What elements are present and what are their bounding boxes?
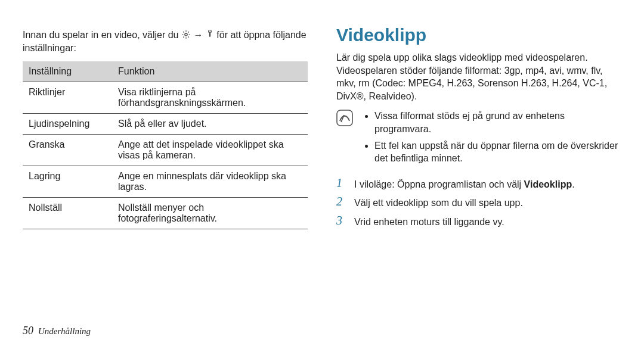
step-prefix: Vrid enheten moturs till liggande vy. <box>354 217 504 227</box>
th-setting: Inställning <box>23 61 112 82</box>
section-intro: Lär dig spela upp olika slags videoklipp… <box>336 51 621 102</box>
tool-icon <box>206 30 214 39</box>
table-header-row: Inställning Funktion <box>23 61 308 82</box>
cell-setting: Riktlinjer <box>23 82 112 114</box>
page-footer: 50 Underhållning <box>23 325 91 337</box>
step-bold: Videoklipp <box>524 179 572 189</box>
step-number: 3 <box>336 214 347 226</box>
cell-function: Ange att det inspelade videoklippet ska … <box>112 135 308 166</box>
table-row: Lagring Ange en minnesplats där videokli… <box>23 166 308 198</box>
cell-setting: Nollställ <box>23 198 112 229</box>
columns: Innan du spelar in en video, väljer du →… <box>23 29 621 235</box>
settings-table: Inställning Funktion Riktlinjer Visa rik… <box>23 61 308 229</box>
step-item: 1 I viloläge: Öppna programlistan och vä… <box>336 178 621 191</box>
cell-function: Slå på eller av ljudet. <box>112 114 308 135</box>
step-number: 2 <box>336 195 347 207</box>
step-item: 2 Välj ett videoklipp som du vill spela … <box>336 197 621 210</box>
cell-setting: Granska <box>23 135 112 166</box>
step-suffix: . <box>572 179 574 189</box>
intro-prefix: Innan du spelar in en video, väljer du <box>23 30 181 40</box>
note-item: Ett fel kan uppstå när du öppnar filerna… <box>374 139 621 165</box>
th-function: Funktion <box>112 61 308 82</box>
note-block: Vissa filformat stöds ej på grund av enh… <box>336 110 621 168</box>
section-name: Underhållning <box>38 326 91 336</box>
step-prefix: Välj ett videoklipp som du vill spela up… <box>354 198 523 208</box>
table-row: Ljudinspelning Slå på eller av ljudet. <box>23 114 308 135</box>
cell-function: Ange en minnesplats där videoklipp ska l… <box>112 166 308 198</box>
table-row: Nollställ Nollställ menyer och fotografe… <box>23 198 308 229</box>
cell-function: Nollställ menyer och fotograferingsalter… <box>112 198 308 229</box>
section-heading: Videoklipp <box>336 25 621 45</box>
step-text: Vrid enheten moturs till liggande vy. <box>354 216 504 229</box>
page-number: 50 <box>23 325 33 337</box>
right-column: Videoklipp Lär dig spela upp olika slags… <box>336 29 621 235</box>
svg-point-0 <box>185 33 187 36</box>
cell-setting: Ljudinspelning <box>23 114 112 135</box>
table-row: Riktlinjer Visa riktlinjerna på förhands… <box>23 82 308 114</box>
intro-arrow: → <box>193 30 203 40</box>
gear-icon <box>181 30 191 39</box>
left-column: Innan du spelar in en video, väljer du →… <box>23 29 308 235</box>
cell-setting: Lagring <box>23 166 112 198</box>
svg-rect-1 <box>337 110 352 126</box>
page: Innan du spelar in en video, väljer du →… <box>0 0 644 349</box>
step-text: I viloläge: Öppna programlistan och välj… <box>354 178 575 191</box>
step-item: 3 Vrid enheten moturs till liggande vy. <box>336 216 621 229</box>
cell-function: Visa riktlinjerna på förhandsgransknings… <box>112 82 308 114</box>
note-icon <box>336 110 353 126</box>
steps-list: 1 I viloläge: Öppna programlistan och vä… <box>336 178 621 229</box>
note-item: Vissa filformat stöds ej på grund av enh… <box>374 110 621 135</box>
step-prefix: I viloläge: Öppna programlistan och välj <box>354 179 524 189</box>
table-row: Granska Ange att det inspelade videoklip… <box>23 135 308 166</box>
intro-paragraph: Innan du spelar in en video, väljer du →… <box>23 29 308 54</box>
note-list: Vissa filformat stöds ej på grund av enh… <box>361 110 621 168</box>
step-text: Välj ett videoklipp som du vill spela up… <box>354 197 523 210</box>
step-number: 1 <box>336 177 347 189</box>
